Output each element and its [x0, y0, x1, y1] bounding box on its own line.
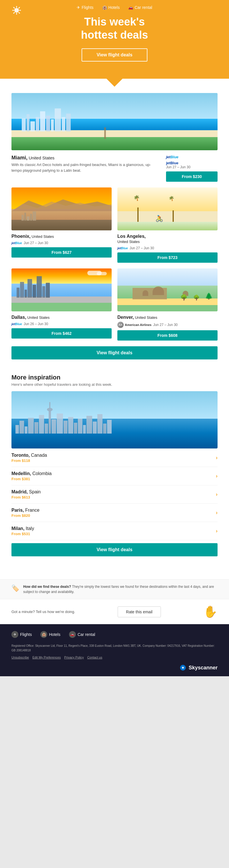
inspiration-item-milan[interactable]: Milan, Italy From $531 › [11, 522, 218, 540]
svg-line-5 [14, 7, 15, 8]
featured-city: Miami, United States [11, 155, 160, 161]
chevron-right-icon: › [216, 473, 218, 479]
more-inspiration-title: More inspiration [11, 374, 218, 381]
dallas-airline-row: jetBlue Jun 26 – Jun 30 [11, 322, 112, 326]
footer-nav-car-rental[interactable]: 🚗 Car rental [69, 631, 95, 638]
chevron-right-icon: › [216, 455, 218, 461]
dark-footer-nav: ✈ Flights 🏨 Hotels 🚗 Car rental [11, 631, 218, 638]
american-airlines-logo: AA [117, 322, 124, 328]
denver-image: 🌲 🌳 🌳 [117, 269, 218, 311]
footer-unsubscribe-link[interactable]: Unsubscribe [11, 656, 29, 659]
inspiration-item-paris[interactable]: Paris, France From $820 › [11, 504, 218, 522]
jetblue-logo: jetBlue [166, 155, 178, 159]
dallas-jetblue-logo: jetBlue [11, 322, 22, 326]
header: ✈ Flights 🏨 Hotels 🚗 Car rental This wee… [0, 0, 229, 79]
denver-dates: Jun 27 – Jun 30 [153, 323, 177, 327]
phoenix-price-button[interactable]: From $627 [11, 247, 112, 257]
la-airline-row: jetBlue Jun 27 – Jun 30 [117, 246, 218, 250]
rate-email-button[interactable]: Rate this email [118, 607, 161, 617]
footer-nav-flights[interactable]: ✈ Flights [11, 631, 32, 638]
view-deals-button-2[interactable]: View flight deals [11, 543, 218, 556]
chevron-right-icon: › [216, 510, 218, 516]
footer-car-icon: 🚗 [69, 631, 76, 638]
la-dates: Jun 27 – Jun 30 [130, 246, 154, 250]
featured-destination-image [11, 93, 218, 150]
destination-denver: 🌲 🌳 🌳 Denver, United States AA American … [117, 269, 218, 341]
footer-contact-link[interactable]: Contact us [87, 656, 103, 659]
rating-section: Got a minute? Tell us how we're doing. R… [0, 599, 229, 624]
header-title: This week's hottest deals [11, 16, 218, 41]
featured-price-button[interactable]: From $230 [166, 172, 218, 182]
sun-icon [11, 5, 22, 16]
svg-point-0 [14, 8, 19, 12]
featured-dest-left: Miami, United States With its classic Ar… [11, 155, 166, 173]
dallas-image [11, 269, 112, 311]
featured-airline-row: jetBlue [166, 155, 218, 159]
footer-nav-hotels[interactable]: 🏨 Hotels [40, 631, 60, 638]
main-content: Miami, United States With its classic Ar… [0, 79, 229, 579]
footer-links: Unsubscribe Edit My Preferences Privacy … [11, 656, 218, 659]
denver-city: Denver, United States [117, 315, 218, 320]
featured-destination-info: Miami, United States With its classic Ar… [11, 155, 218, 182]
svg-line-8 [14, 12, 15, 13]
car-icon: 🚗 [128, 5, 133, 10]
la-price-button[interactable]: From $723 [117, 252, 218, 263]
rating-prompt: Got a minute? Tell us how we're doing. [11, 610, 75, 614]
more-inspiration-subtitle: Here's where other hopeful travelers are… [11, 382, 218, 386]
destination-dallas: Dallas, United States jetBlue Jun 26 – J… [11, 269, 112, 341]
footer-info-section: 🏷️ How did we find these deals? They're … [0, 579, 229, 599]
phoenix-jetblue-logo: jetBlue [11, 241, 22, 245]
skyscanner-logo: Skyscanner [179, 664, 218, 672]
denver-price-button[interactable]: From $608 [117, 330, 218, 341]
destination-la: 🌴 🌴 🚴 Los Angeles, United States jetBlue… [117, 187, 218, 263]
featured-airline-name: jetBlue [166, 161, 218, 165]
logo [11, 5, 22, 17]
skyscanner-icon [179, 664, 187, 672]
la-jetblue-logo: jetBlue [117, 246, 128, 250]
dallas-dates: Jun 26 – Jun 30 [24, 322, 48, 326]
la-image: 🌴 🌴 🚴 [117, 187, 218, 230]
svg-line-6 [19, 12, 20, 13]
footer-legal-text: Registered Office: Skyscanner Ltd, Floor… [11, 644, 218, 653]
footer-preferences-link[interactable]: Edit My Preferences [32, 656, 61, 659]
rating-emoji: ✋ [203, 605, 218, 618]
featured-dates: Jun 27 – Jun 30 [166, 165, 218, 169]
chevron-right-icon: › [216, 528, 218, 534]
la-city: Los Angeles, United States [117, 234, 218, 244]
view-deals-button-1[interactable]: View flight deals [11, 346, 218, 360]
footer-plane-icon: ✈ [11, 631, 18, 638]
denver-airline-row: AA American Airlines Jun 27 – Jun 30 [117, 322, 218, 328]
featured-description: With its classic Art Deco hotels and pal… [11, 162, 160, 173]
denver-airline-name: American Airlines [125, 323, 151, 327]
footer-bottom: Skyscanner [11, 664, 218, 672]
footer-info-text: How did we find these deals? They're sim… [23, 584, 218, 594]
nav-hotels[interactable]: 🏨 Hotels [102, 5, 120, 10]
dark-footer: ✈ Flights 🏨 Hotels 🚗 Car rental Register… [0, 624, 229, 676]
phoenix-image [11, 187, 112, 230]
dallas-price-button[interactable]: From $462 [11, 328, 112, 339]
destinations-row-1: Phoenix, United States jetBlue Jun 27 – … [11, 187, 218, 263]
info-icon: 🏷️ [11, 585, 19, 592]
nav-car-rental[interactable]: 🚗 Car rental [128, 5, 152, 10]
phoenix-airline-row: jetBlue Jun 27 – Jun 30 [11, 241, 112, 245]
hotel-icon: 🏨 [102, 5, 107, 10]
rating-left: Got a minute? Tell us how we're doing. [11, 610, 75, 614]
chevron-right-icon: › [216, 491, 218, 497]
plane-icon: ✈ [77, 5, 80, 10]
svg-line-7 [19, 7, 20, 8]
header-nav: ✈ Flights 🏨 Hotels 🚗 Car rental [11, 5, 218, 10]
header-cta-button[interactable]: View flight deals [82, 49, 147, 62]
phoenix-dates: Jun 27 – Jun 30 [24, 241, 48, 245]
footer-hotel-icon: 🏨 [40, 631, 47, 638]
inspiration-item-medellin[interactable]: Medellin, Colombia From $381 › [11, 467, 218, 485]
toronto-image [11, 391, 218, 448]
inspiration-item-madrid[interactable]: Madrid, Spain From $613 › [11, 485, 218, 504]
inspiration-item-toronto[interactable]: Toronto, Canada From $118 › [11, 449, 218, 467]
footer-privacy-link[interactable]: Privacy Policy [64, 656, 84, 659]
nav-flights[interactable]: ✈ Flights [77, 5, 93, 10]
more-inspiration-section: More inspiration Here's where other hope… [11, 368, 218, 571]
dallas-city: Dallas, United States [11, 315, 112, 320]
skyscanner-brand-name: Skyscanner [189, 665, 218, 671]
destinations-row-2: Dallas, United States jetBlue Jun 26 – J… [11, 269, 218, 341]
phoenix-city: Phoenix, United States [11, 234, 112, 239]
